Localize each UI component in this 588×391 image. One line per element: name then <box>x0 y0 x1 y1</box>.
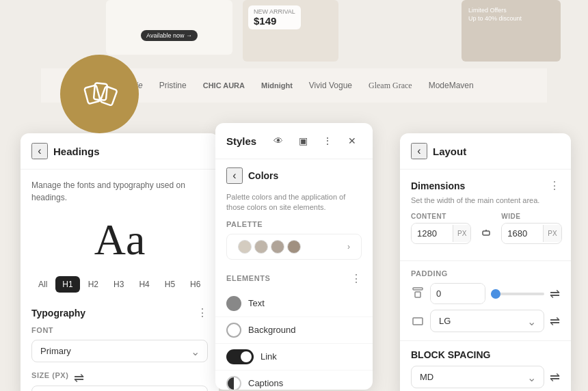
padding-input-wrap: px <box>430 283 485 304</box>
content-link-icon[interactable] <box>477 224 496 243</box>
eye-icon[interactable]: 👁 <box>269 131 288 150</box>
tab-h4[interactable]: H4 <box>132 276 156 293</box>
colors-description: Palette colors and the application of th… <box>215 192 373 220</box>
heading-description: Manage the fonts and typography used on … <box>31 179 208 204</box>
content-input[interactable] <box>412 224 453 243</box>
palette-row[interactable]: › <box>226 234 362 260</box>
dim-title-row: Dimensions ⋮ <box>411 179 560 192</box>
size-row: SIZE (PX) ⇌ <box>31 370 208 386</box>
palette-chevron-icon: › <box>347 242 350 252</box>
font-select-wrapper: Primary Secondary Custom <box>31 340 208 362</box>
dimensions-title: Dimensions <box>411 180 465 191</box>
brand-midnight: Midnight <box>261 81 293 90</box>
block-spacing-section: BLOCK SPACING MD SM LG XL ⇌ <box>400 341 571 391</box>
block-spacing-select-wrapper: MD SM LG XL <box>411 366 544 388</box>
wide-label: WIDE <box>501 213 561 220</box>
panel-header-left: ‹ Headings <box>21 133 219 170</box>
padding-input[interactable] <box>431 284 485 304</box>
font-section: FONT Primary Secondary Custom <box>31 326 208 362</box>
font-select[interactable]: Primary Secondary Custom <box>31 340 208 362</box>
link-element-label: Link <box>260 351 277 362</box>
padding-label: PADDING <box>411 269 560 278</box>
history-icon[interactable]: ▣ <box>293 131 312 150</box>
size-section: SIZE (PX) ⇌ 4-XL 58 3-XL 48 2-XL 36 <box>31 370 208 391</box>
elements-more-icon[interactable]: ⋮ <box>351 272 362 285</box>
content-unit: PX <box>453 225 470 242</box>
padding-size-select-wrapper: LG MD SM XL <box>430 310 544 332</box>
font-label: FONT <box>31 326 208 334</box>
typography-section-header: Typography ⋮ <box>31 306 208 319</box>
back-button-left[interactable]: ‹ <box>31 143 48 159</box>
preview-card-1: Available now → <box>106 0 232 55</box>
padding-size-select[interactable]: LG MD SM XL <box>430 310 544 332</box>
back-button-right[interactable]: ‹ <box>411 143 427 159</box>
captions-element-label: Captions <box>248 378 283 388</box>
tab-h6[interactable]: H6 <box>183 276 207 293</box>
tab-h2[interactable]: H2 <box>81 276 105 293</box>
brand-modemaven: ModeMaven <box>429 81 474 90</box>
heading-panel-title: Headings <box>53 146 100 157</box>
size-adjust-icon[interactable]: ⇌ <box>74 370 84 386</box>
brand-gleam-grace: Gleam Grace <box>369 81 412 91</box>
wide-input[interactable] <box>502 224 543 243</box>
wide-unit: PX <box>543 225 561 242</box>
svg-rect-1 <box>93 83 107 100</box>
block-spacing-title: BLOCK SPACING <box>411 349 490 360</box>
link-element-icon <box>226 349 254 364</box>
panel-body-left: Manage the fonts and typography used on … <box>21 170 219 391</box>
text-element-icon <box>226 296 241 311</box>
element-row-text[interactable]: Text <box>215 291 373 317</box>
logo-circle <box>60 55 139 133</box>
preview-card-2: NEW ARRIVAL $149 <box>243 0 338 62</box>
wide-link-icon[interactable] <box>567 224 571 243</box>
content-label: CONTENT <box>411 213 471 220</box>
tab-h3[interactable]: H3 <box>107 276 131 293</box>
colors-header: ‹ Colors <box>215 159 373 192</box>
header-icons: 👁 ▣ ⋮ ✕ <box>269 131 362 150</box>
block-spacing-select[interactable]: MD SM LG XL <box>411 366 544 388</box>
price-value: $149 <box>254 15 295 27</box>
styles-title: Styles <box>226 135 256 147</box>
back-button-middle[interactable]: ‹ <box>226 167 243 184</box>
size-select[interactable]: 4-XL 58 3-XL 48 2-XL 36 <box>31 386 208 391</box>
content-input-wrap: PX <box>411 223 471 244</box>
dimensions-more-icon[interactable]: ⋮ <box>549 179 560 192</box>
element-row-captions[interactable]: Captions <box>215 370 373 390</box>
element-row-background[interactable]: Background <box>215 317 373 344</box>
tab-all[interactable]: All <box>31 276 54 293</box>
captions-element-icon <box>226 376 241 390</box>
slider-thumb <box>491 289 500 299</box>
tab-h5[interactable]: H5 <box>158 276 182 293</box>
text-element-label: Text <box>248 298 265 308</box>
svg-rect-0 <box>84 85 101 104</box>
padding-slider[interactable] <box>491 293 545 295</box>
dimensions-desc: Set the width of the main content area. <box>411 196 560 204</box>
size-label: SIZE (PX) <box>31 371 68 379</box>
color-swatch-2 <box>254 240 268 254</box>
palette-label: PALETTE <box>215 220 373 234</box>
color-swatch-3 <box>271 240 284 254</box>
close-icon[interactable]: ✕ <box>343 131 362 150</box>
padding-size-adjust-icon[interactable]: ⇌ <box>550 314 560 329</box>
padding-section: PADDING px ⇌ LG MD SM <box>400 261 571 341</box>
size-select-wrapper: 4-XL 58 3-XL 48 2-XL 36 <box>31 386 208 391</box>
brand-vivid-vogue: Vivid Vogue <box>309 81 352 90</box>
padding-size-row: LG MD SM XL ⇌ <box>411 310 560 332</box>
styles-panel: Styles 👁 ▣ ⋮ ✕ ‹ Colors Palette colors a… <box>215 123 373 390</box>
brand-pristine: Pristine <box>159 81 187 90</box>
block-spacing-adjust-icon[interactable]: ⇌ <box>550 370 560 385</box>
padding-adjust-icon[interactable]: ⇌ <box>550 286 560 301</box>
typography-title: Typography <box>31 308 85 319</box>
block-spacing-header: BLOCK SPACING <box>411 349 560 360</box>
color-swatch-1 <box>238 240 252 254</box>
element-row-link[interactable]: Link <box>215 344 373 370</box>
svg-rect-8 <box>413 318 423 325</box>
padding-size-icon <box>411 314 425 329</box>
typography-more-icon[interactable]: ⋮ <box>197 306 208 319</box>
tab-h1[interactable]: H1 <box>55 276 79 293</box>
svg-rect-7 <box>415 292 420 297</box>
wide-input-wrap: PX <box>501 223 561 244</box>
elements-header: ELEMENTS ⋮ <box>215 267 373 291</box>
more-icon[interactable]: ⋮ <box>318 131 337 150</box>
layout-title: Layout <box>433 146 466 157</box>
